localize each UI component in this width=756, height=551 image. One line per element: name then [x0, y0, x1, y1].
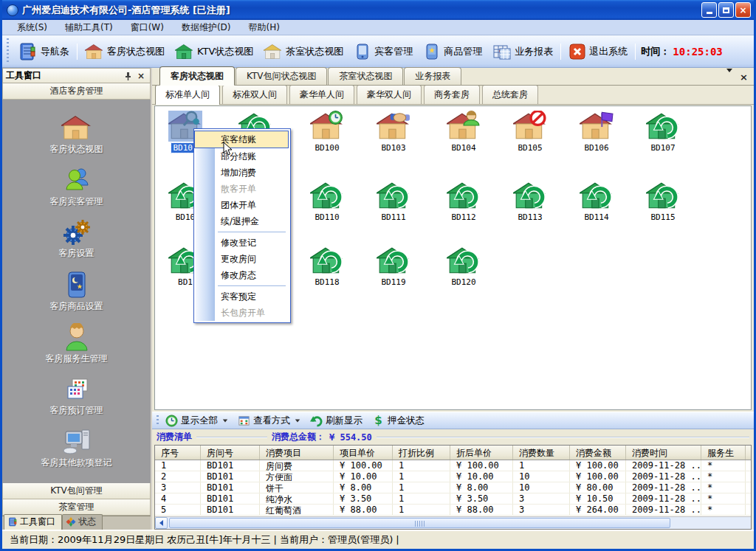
- room-type-tab-4[interactable]: 商务套房: [424, 85, 480, 104]
- menu-item-1[interactable]: 辅助工具(T): [56, 20, 122, 35]
- room-BD119[interactable]: BD119: [369, 245, 418, 287]
- room-BD113[interactable]: BD113: [506, 180, 554, 222]
- cell: 1: [393, 460, 450, 471]
- menu-item-2[interactable]: 窗口(W): [122, 20, 173, 35]
- view-toolbar-button-1[interactable]: 查看方式: [234, 413, 306, 429]
- doc-tab-1[interactable]: KTV包间状态视图: [236, 67, 327, 85]
- menu-item-0[interactable]: 系统(S): [8, 20, 56, 35]
- column-header-0[interactable]: 序号: [155, 446, 201, 460]
- column-header-2[interactable]: 消费项目: [260, 446, 334, 460]
- doc-tab-0[interactable]: 客房状态视图: [159, 66, 235, 86]
- maximize-button[interactable]: [718, 2, 734, 18]
- context-menu-item-11[interactable]: 宾客预定: [194, 288, 289, 305]
- group-header-1[interactable]: 茶室管理: [2, 499, 151, 516]
- tab-close-icon[interactable]: ×: [740, 72, 748, 83]
- sidebar-bottom-tab-1[interactable]: 状态: [62, 514, 103, 530]
- sidebar-item-2[interactable]: 客房设置: [2, 219, 151, 260]
- toolbar-button-0[interactable]: 导航条: [12, 40, 75, 63]
- sidebar-item-5[interactable]: 客房预订管理: [2, 376, 151, 417]
- context-menu-item-2[interactable]: 增加消费: [194, 164, 289, 181]
- room-BD110[interactable]: BD110: [303, 180, 351, 222]
- room-type-tab-0[interactable]: 标准单人间: [155, 85, 220, 105]
- sidebar-bottom-tab-0[interactable]: 工具窗口: [4, 514, 62, 530]
- cell: ¥ 88.00: [450, 505, 513, 515]
- context-menu-item-4[interactable]: 团体开单: [194, 197, 289, 213]
- toolbar-grip[interactable]: [6, 38, 10, 64]
- group-header-0[interactable]: KTV包间管理: [2, 483, 151, 499]
- sidebar-item-label: 客房宾客管理: [50, 195, 103, 208]
- room-BD111[interactable]: BD111: [369, 180, 418, 222]
- room-label: BD115: [649, 212, 676, 222]
- context-menu-item-8[interactable]: 更改房间: [194, 251, 289, 267]
- toolbar-button-1[interactable]: 客房状态视图: [80, 41, 170, 63]
- doc-tab-3[interactable]: 业务报表: [404, 67, 461, 85]
- sidebar-item-3[interactable]: 客房商品设置: [2, 271, 151, 313]
- view-toolbar-grip[interactable]: [156, 415, 159, 426]
- column-header-5[interactable]: 折后单价: [450, 446, 513, 460]
- table-row-3[interactable]: 4BD101纯净水¥ 3.501¥ 3.503¥ 10.502009-11-28…: [155, 493, 751, 505]
- sidebar-bottom-tab-label: 状态: [78, 516, 96, 528]
- context-menu-item-5[interactable]: 续/退押金: [194, 213, 289, 229]
- column-header-9[interactable]: 服务生: [701, 446, 746, 460]
- minimize-button[interactable]: [701, 2, 717, 18]
- view-toolbar-button-0[interactable]: 显示全部: [162, 413, 234, 429]
- room-BD103[interactable]: BD103: [369, 111, 418, 153]
- room-BD104[interactable]: BD104: [439, 111, 488, 153]
- table-row-0[interactable]: 1BD101房间费¥ 100.001¥ 100.001¥ 100.002009-…: [155, 460, 751, 471]
- room-BD118[interactable]: BD118: [303, 245, 351, 287]
- column-header-4[interactable]: 打折比例: [393, 446, 450, 460]
- toolbar-button-3[interactable]: 茶室状态视图: [258, 41, 348, 63]
- close-button[interactable]: ×: [735, 2, 751, 18]
- context-menu-item-0[interactable]: 宾客结账: [194, 131, 289, 148]
- column-header-6[interactable]: 消费数量: [513, 446, 570, 460]
- toolbar-button-4[interactable]: 宾客管理: [348, 41, 418, 63]
- sidebar-bottom-tab-label: 工具窗口: [20, 516, 55, 528]
- view-toolbar-button-3[interactable]: $押金状态: [368, 413, 430, 429]
- view-toolbar-button-2[interactable]: 刷新显示: [306, 413, 368, 429]
- group-header-hotel-rooms[interactable]: 酒店客房管理: [2, 83, 151, 100]
- sidebar-item-1[interactable]: 客房宾客管理: [2, 166, 151, 208]
- vacant-room-icon: [377, 245, 410, 276]
- sidebar-item-6[interactable]: 客房其他款项登记: [2, 427, 151, 469]
- context-menu-item-1[interactable]: 部分结账: [194, 148, 289, 164]
- room-BD107[interactable]: BD107: [639, 111, 687, 153]
- column-header-3[interactable]: 项目单价: [334, 446, 393, 460]
- table-row-2[interactable]: 3BD101饼干¥ 8.001¥ 8.0010¥ 80.002009-11-28…: [155, 482, 751, 493]
- room-type-tab-5[interactable]: 总统套房: [482, 85, 538, 104]
- doc-tab-2[interactable]: 茶室状态视图: [328, 67, 403, 85]
- room-BD114[interactable]: BD114: [572, 180, 621, 222]
- cell: ¥ 10.50: [570, 493, 626, 504]
- toolbar-button-7[interactable]: 退出系统: [563, 41, 633, 63]
- sidebar-item-0[interactable]: 客房状态视图: [2, 114, 151, 156]
- close-tool-window-icon[interactable]: ×: [135, 71, 147, 81]
- scrollbar-thumb[interactable]: [169, 518, 670, 528]
- sidebar-item-4[interactable]: 客房服务生管理: [2, 323, 151, 365]
- toolbar-button-6[interactable]: 业务报表: [487, 41, 558, 63]
- room-BD120[interactable]: BD120: [439, 245, 488, 287]
- room-BD100[interactable]: BD100: [303, 111, 351, 153]
- pin-icon[interactable]: [123, 72, 135, 80]
- column-header-8[interactable]: 消费时间: [626, 446, 701, 460]
- horizontal-scrollbar[interactable]: [155, 516, 751, 529]
- toolbar-button-5[interactable]: 商品管理: [418, 41, 487, 63]
- column-header-1[interactable]: 房间号: [201, 446, 260, 460]
- room-BD115[interactable]: BD115: [639, 180, 687, 222]
- table-row-1[interactable]: 2BD101方便面¥ 10.001¥ 10.0010¥ 100.002009-1…: [155, 471, 751, 482]
- context-menu-item-9[interactable]: 修改房态: [194, 267, 289, 283]
- room-status-canvas[interactable]: BD120 BD119 BD118 BD1 BD115 BD114 BD113 …: [154, 105, 752, 410]
- room-BD105[interactable]: BD105: [506, 111, 554, 153]
- room-BD112[interactable]: BD112: [439, 180, 488, 222]
- context-menu-item-7[interactable]: 修改登记: [194, 235, 289, 251]
- room-type-tab-1[interactable]: 标准双人间: [222, 85, 287, 104]
- room-type-tab-2[interactable]: 豪华单人间: [289, 85, 354, 104]
- menu-item-3[interactable]: 数据维护(D): [173, 20, 240, 35]
- column-header-7[interactable]: 消费金额: [570, 446, 626, 460]
- room-type-tab-3[interactable]: 豪华双人间: [357, 85, 422, 104]
- table-row-4[interactable]: 5BD101红葡萄酒¥ 88.001¥ 88.003¥ 264.002009-1…: [155, 505, 751, 516]
- scroll-left-button[interactable]: [155, 517, 168, 529]
- toolbar-button-2[interactable]: KTV状态视图: [170, 41, 258, 63]
- tab-scroll-dropdown-icon[interactable]: [726, 72, 732, 83]
- menu-item-4[interactable]: 帮助(H): [240, 20, 289, 35]
- cell: *: [701, 460, 746, 471]
- room-BD106[interactable]: BD106: [572, 111, 621, 153]
